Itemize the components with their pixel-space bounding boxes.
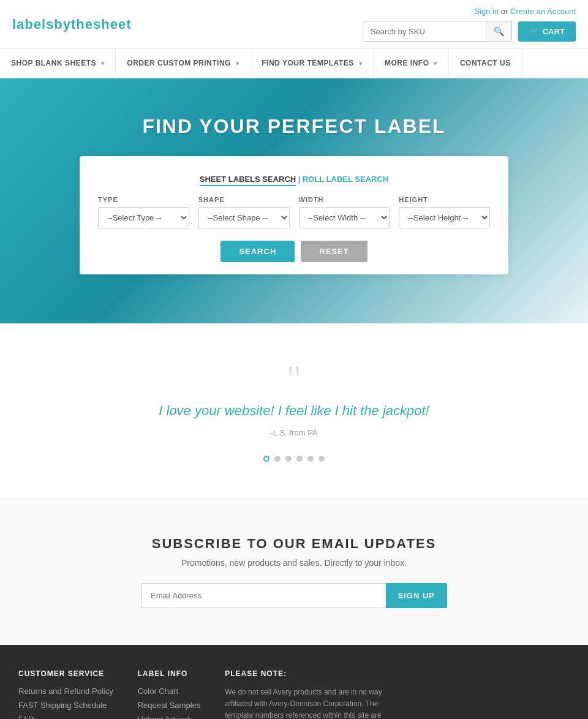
footer-col-heading-label: LABEL INFO [138, 669, 201, 678]
search-box: 🔍 [363, 21, 512, 42]
search-button[interactable]: 🔍 [486, 21, 511, 41]
nav-more-info[interactable]: MORE INFO ▾ [374, 49, 449, 77]
footer-customer-service: CUSTOMER SERVICE Returns and Refund Poli… [18, 669, 113, 719]
subscribe-title: SUBSCRIBE TO OUR EMAIL UPDATES [12, 536, 576, 552]
shape-label: SHAPE [198, 196, 290, 203]
footer-col-heading-customer: CUSTOMER SERVICE [18, 669, 113, 678]
footer-columns: CUSTOMER SERVICE Returns and Refund Poli… [18, 669, 570, 719]
chevron-down-icon: ▾ [359, 60, 363, 67]
footer-link-faq[interactable]: FAQ [18, 715, 113, 719]
carousel-dot-2[interactable] [274, 456, 281, 462]
quote-mark-icon: " [12, 360, 576, 397]
chevron-down-icon: ▾ [101, 60, 105, 67]
main-nav: SHOP BLANK SHEETS ▾ ORDER CUSTOM PRINTIN… [0, 49, 588, 78]
carousel-dots [12, 456, 576, 462]
type-label: TYPE [98, 196, 189, 203]
logo-text: labelsbythesheet [12, 17, 132, 32]
footer-link-samples[interactable]: Request Samples [138, 701, 201, 710]
height-label: HEIGHT [399, 196, 490, 203]
site-footer: CUSTOMER SERVICE Returns and Refund Poli… [0, 645, 588, 719]
account-links: Sign in or Create an Account [474, 7, 576, 16]
hero-title: FIND YOUR PERFECT LABEL [12, 115, 576, 138]
type-select[interactable]: --Select Type -- [98, 207, 189, 228]
carousel-dot-3[interactable] [285, 456, 292, 462]
carousel-dot-5[interactable] [307, 456, 314, 462]
footer-label-info: LABEL INFO Color Chart Request Samples U… [138, 669, 201, 719]
cart-label: CART [543, 27, 565, 36]
nav-order-custom[interactable]: ORDER CUSTOM PRINTING ▾ [116, 49, 251, 77]
logo: labelsbythesheet [12, 17, 132, 32]
footer-link-color-chart[interactable]: Color Chart [138, 687, 201, 696]
filter-buttons: SEARCH RESET [98, 241, 490, 262]
carousel-dot-4[interactable] [296, 456, 303, 462]
shape-filter-group: SHAPE --Select Shape -- [198, 196, 290, 228]
signin-link[interactable]: Sign in [474, 7, 499, 16]
width-select[interactable]: --Select Width -- [299, 207, 390, 228]
width-filter-group: WIDTH --Select Width -- [299, 196, 390, 228]
chevron-down-icon: ▾ [434, 60, 437, 67]
subscribe-form: SIGN UP [141, 583, 447, 608]
hero-section: FIND YOUR PERFECT LABEL SHEET LABELS SEA… [0, 78, 588, 323]
height-select[interactable]: --Select Height -- [399, 207, 490, 228]
search-tabs: SHEET LABELS SEARCH | ROLL LABEL SEARCH [98, 175, 490, 184]
shape-select[interactable]: --Select Shape -- [198, 207, 290, 228]
width-label: WIDTH [299, 196, 390, 203]
footer-please-note: PLEASE NOTE: We do not sell Avery produc… [225, 669, 570, 719]
reset-button[interactable]: RESET [301, 241, 367, 262]
tab-separator: | [298, 175, 303, 184]
nav-shop-blank[interactable]: SHOP BLANK SHEETS ▾ [0, 49, 116, 77]
search-cart-bar: 🔍 🛒 CART [363, 21, 576, 42]
tab-sheet-labels[interactable]: SHEET LABELS SEARCH [200, 175, 296, 186]
email-input[interactable] [141, 583, 386, 608]
subscribe-section: SUBSCRIBE TO OUR EMAIL UPDATES Promotion… [0, 499, 588, 645]
header-right: Sign in or Create an Account 🔍 🛒 CART [363, 7, 576, 42]
testimonial-author: -L.S. from PA [12, 428, 576, 437]
tab-roll-labels[interactable]: ROLL LABEL SEARCH [303, 175, 388, 184]
subscribe-subtitle: Promotions, new products and sales. Dire… [12, 558, 576, 568]
height-filter-group: HEIGHT --Select Height -- [399, 196, 490, 228]
footer-link-shipping[interactable]: FAST Shipping Schedule [18, 701, 113, 710]
carousel-dot-1[interactable] [263, 456, 270, 462]
filter-row: TYPE --Select Type -- SHAPE --Select Sha… [98, 196, 490, 228]
signup-button[interactable]: SIGN UP [386, 583, 447, 608]
cart-button[interactable]: 🛒 CART [518, 21, 576, 42]
testimonial-section: " I love your website! I feel like I hit… [0, 323, 588, 499]
footer-col-heading-note: PLEASE NOTE: [225, 669, 570, 678]
search-button[interactable]: SEARCH [221, 241, 295, 262]
nav-find-templates[interactable]: FIND YOUR TEMPLATES ▾ [251, 49, 374, 77]
type-filter-group: TYPE --Select Type -- [98, 196, 189, 228]
search-input[interactable] [363, 21, 486, 41]
chevron-down-icon: ▾ [236, 60, 239, 67]
footer-note-text: We do not sell Avery products and are in… [225, 687, 396, 719]
create-account-link[interactable]: Create an Account [510, 7, 576, 16]
footer-link-returns[interactable]: Returns and Refund Policy [18, 687, 113, 696]
label-search-filter: SHEET LABELS SEARCH | ROLL LABEL SEARCH … [80, 156, 508, 274]
site-header: labelsbythesheet Sign in or Create an Ac… [0, 0, 588, 49]
account-or: or [501, 7, 510, 16]
carousel-dot-6[interactable] [318, 456, 325, 462]
footer-link-upload[interactable]: Upload Artwork [138, 715, 201, 719]
testimonial-text: I love your website! I feel like I hit t… [80, 403, 508, 419]
nav-contact[interactable]: CONTACT US [449, 49, 522, 77]
cart-icon: 🛒 [529, 27, 539, 36]
